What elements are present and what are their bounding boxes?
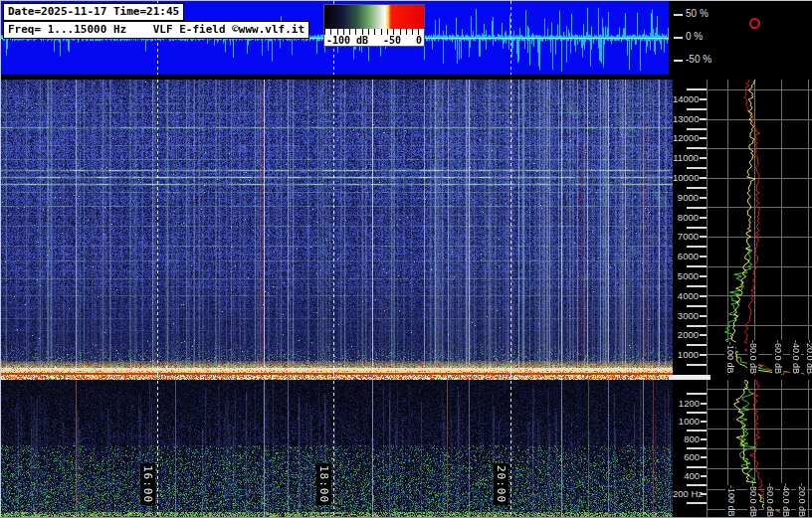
low-frequency-axis: 12001000800600400200 Hz <box>673 380 707 518</box>
color-scale-labels: -100 dB -50 0 <box>324 35 424 46</box>
freq-axis-minor-tick <box>687 187 707 189</box>
freq-axis-label: 1000 <box>673 416 700 427</box>
freq-axis-minor-tick <box>687 344 707 346</box>
db-axis-label: -80.0 dB <box>747 340 758 374</box>
freq-axis-minor-tick <box>687 364 707 366</box>
freq-axis-label: 10000 <box>673 172 699 183</box>
window-border-left <box>0 0 1 518</box>
freq-axis-tick <box>700 197 707 199</box>
freq-axis-minor-tick <box>687 305 707 307</box>
db-axis-label: -20.0 dB <box>804 340 812 374</box>
freq-axis-tick <box>700 334 707 336</box>
freq-axis-minor-tick <box>687 108 707 110</box>
freq-axis-tick <box>700 236 707 238</box>
freq-axis-minor-tick <box>687 466 707 468</box>
freq-axis-label: 8000 <box>673 212 699 223</box>
freq-axis-minor-tick <box>687 147 707 149</box>
db-axis-label: -80.0 dB <box>747 483 758 517</box>
freq-axis-minor-tick <box>687 484 707 486</box>
main-spectrogram <box>1 80 673 375</box>
freq-axis-label: 600 <box>673 451 700 462</box>
freq-axis-label: 14000 <box>673 93 699 104</box>
freq-axis-minor-tick <box>687 265 707 267</box>
freq-axis-label: 2000 <box>673 329 699 340</box>
freq-axis-minor-tick <box>687 207 707 209</box>
freq-axis-label: 9000 <box>673 192 699 203</box>
freq-axis-minor-tick <box>687 88 707 90</box>
scale-mid-label: -50 <box>383 35 401 46</box>
window-border-top <box>0 0 812 1</box>
freq-axis-label: 1200 <box>673 398 700 409</box>
time-axis-label: 20:00 <box>494 463 508 505</box>
freq-axis-label: 12000 <box>673 132 699 143</box>
amplitude-label: 50 % <box>686 8 709 19</box>
amplitude-tick <box>674 37 683 39</box>
freq-axis-label: 5000 <box>673 270 699 281</box>
freq-axis-label: 3000 <box>673 310 699 321</box>
low-frequency-spectrogram <box>1 375 673 518</box>
freq-axis-tick <box>700 295 707 297</box>
freq-axis-tick <box>700 98 707 100</box>
db-axis-label: -40.0 dB <box>790 340 801 374</box>
freq-axis-minor-tick <box>687 167 707 169</box>
db-color-scale: -100 dB -50 0 <box>323 4 425 47</box>
record-indicator-icon <box>749 18 760 29</box>
freq-axis-label: 200 Hz <box>673 488 700 499</box>
freq-axis-tick <box>700 137 707 139</box>
freq-axis-tick <box>700 275 707 277</box>
freq-axis-tick <box>700 157 707 159</box>
amplitude-tick <box>674 60 683 62</box>
amplitude-label: 0 % <box>686 31 703 42</box>
freq-axis-tick <box>700 256 707 258</box>
freq-axis-label: 6000 <box>673 251 699 261</box>
freq-axis-label: 1000 <box>673 349 699 360</box>
freq-axis-minor-tick <box>687 502 707 504</box>
db-axis-label: -20.0 dB <box>796 483 807 517</box>
scale-max-label: 0 <box>416 35 422 46</box>
date-time-readout: Date=2025-11-17 Time=21:45 <box>3 3 184 21</box>
freq-axis-tick <box>700 177 707 179</box>
freq-range-readout: Freq= 1...15000 Hz VLF E-field ©www.vlf.… <box>3 21 309 39</box>
freq-axis-label: 11000 <box>673 152 699 163</box>
db-axis-label: -40.0 dB <box>780 483 791 517</box>
freq-axis-minor-tick <box>687 325 707 327</box>
db-axis-label: -60.0 dB <box>772 340 783 374</box>
freq-axis-label: 800 <box>673 433 700 444</box>
freq-axis-minor-tick <box>687 412 707 414</box>
freq-axis-tick <box>700 217 707 219</box>
freq-axis-tick <box>700 315 707 317</box>
freq-axis-minor-tick <box>687 128 707 130</box>
panel-separator <box>669 375 710 380</box>
freq-axis-minor-tick <box>687 393 707 395</box>
freq-axis-minor-tick <box>687 285 707 287</box>
vlf-monitor-window: Date=2025-11-17 Time=21:45 Freq= 1...150… <box>0 0 812 518</box>
freq-axis-label: 4000 <box>673 290 699 301</box>
scale-min-label: -100 dB <box>326 35 368 46</box>
freq-axis-minor-tick <box>687 246 707 248</box>
freq-axis-tick <box>700 354 707 356</box>
freq-axis-label: 7000 <box>673 231 699 242</box>
db-axis-label: -100 dB <box>724 342 735 374</box>
db-axis-label: -60.0 dB <box>764 483 775 517</box>
freq-axis-minor-tick <box>687 227 707 229</box>
time-axis-label: 18:00 <box>316 463 331 505</box>
main-spectrum-plot <box>707 80 812 375</box>
freq-axis-minor-tick <box>687 447 707 449</box>
amplitude-percent-axis: 50 %0 %-50 % <box>669 0 812 80</box>
freq-axis-label: 400 <box>673 470 700 481</box>
amplitude-tick <box>674 14 683 16</box>
amplitude-label: -50 % <box>686 54 711 65</box>
low-spectrum-panel: -100 dB-80.0 dB-60.0 dB-40.0 dB-20.0 dB <box>707 380 812 518</box>
color-gradient-bar <box>324 5 424 29</box>
db-axis-label: -100 dB <box>725 485 736 517</box>
freq-axis-minor-tick <box>687 430 707 432</box>
time-axis-label: 16:00 <box>140 463 155 505</box>
freq-axis-label: 13000 <box>673 113 699 124</box>
main-frequency-axis: 1400013000120001100010000900080007000600… <box>673 80 707 375</box>
freq-axis-tick <box>700 118 707 120</box>
main-spectrum-panel: -100 dB-80.0 dB-60.0 dB-40.0 dB-20.0 dB <box>707 80 812 375</box>
